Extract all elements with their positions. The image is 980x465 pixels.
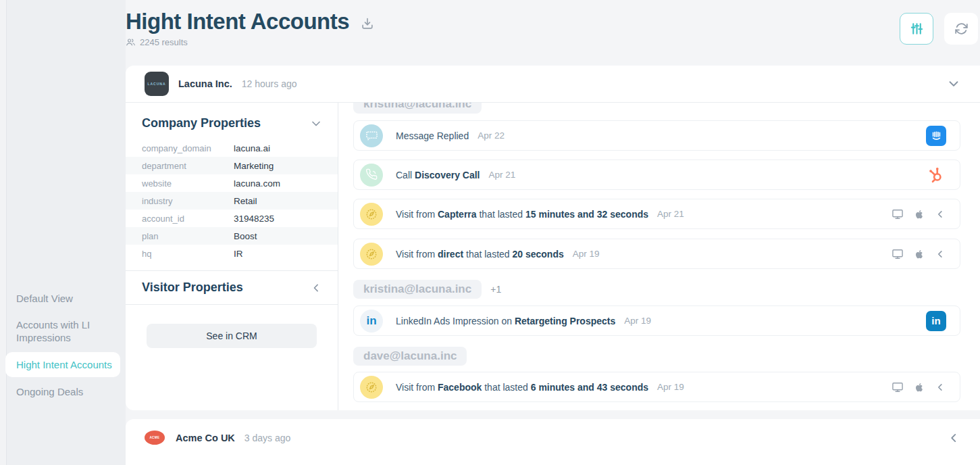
event-text-bold: direct — [438, 249, 463, 260]
event-text: that lasted — [477, 209, 525, 220]
saved-views-list: Default View Accounts with LI Impression… — [0, 285, 126, 405]
event-date: Apr 19 — [624, 316, 651, 326]
account-card-lacuna: LACUNA Lacuna Inc. 12 hours ago Company … — [126, 66, 980, 410]
main-content: Hight Intent Accounts 2245 results — [126, 0, 980, 465]
event-text-bold: Facebook — [438, 382, 482, 393]
visitor-properties-title: Visitor Properties — [142, 280, 309, 295]
compass-icon — [360, 243, 383, 266]
event-text: Visit from — [396, 249, 438, 260]
desktop-icon — [891, 207, 904, 221]
property-label: industry — [142, 196, 234, 206]
property-label: hq — [142, 249, 234, 259]
sidebar-item-default-view[interactable]: Default View — [0, 285, 126, 312]
visitor-email-chip[interactable]: dave@lacuna.inc — [353, 347, 467, 366]
visitor-email-chip[interactable]: kristina@lacuna.inc — [353, 103, 482, 114]
account-card-header[interactable]: ACME Acme Co UK 3 days ago — [126, 419, 980, 456]
event-date: Apr 19 — [657, 382, 684, 392]
phone-icon — [360, 164, 383, 187]
more-visitors-count[interactable]: +1 — [490, 284, 501, 295]
accounts-count-icon — [126, 37, 136, 47]
property-row: department Marketing — [126, 157, 338, 174]
chevron-left-icon[interactable] — [946, 431, 961, 445]
account-last-seen: 3 days ago — [244, 433, 291, 443]
company-logo: ACME — [145, 431, 165, 445]
event-date: Apr 19 — [573, 249, 600, 259]
sidebar-item-accounts-li-impressions[interactable]: Accounts with LI Impressions — [0, 312, 126, 351]
timeline-event-visit-capterra[interactable]: Visit from Capterra that lasted 15 minut… — [353, 199, 960, 229]
chevron-left-icon[interactable] — [934, 248, 946, 260]
event-text-bold: Discovery Call — [415, 170, 480, 180]
timeline-event-linkedin-ads[interactable]: in LinkedIn Ads Impression on Retargetin… — [353, 305, 960, 336]
property-value: Marketing — [234, 161, 274, 171]
download-icon[interactable] — [360, 16, 375, 31]
event-date: Apr 21 — [489, 170, 516, 180]
account-name: Lacuna Inc. — [178, 78, 232, 89]
event-text: that lasted — [463, 249, 512, 260]
chevron-left-icon[interactable] — [934, 381, 946, 393]
chevron-left-icon[interactable] — [309, 281, 323, 295]
property-row: hq IR — [126, 245, 338, 262]
apple-icon — [913, 208, 925, 220]
visitor-email-chip[interactable]: kristina@lacuna.inc — [353, 280, 482, 299]
desktop-icon — [891, 381, 904, 394]
event-text-bold: 6 minutes and 43 seconds — [531, 382, 648, 393]
account-card-header[interactable]: LACUNA Lacuna Inc. 12 hours ago — [126, 66, 980, 103]
property-value: IR — [234, 249, 243, 259]
property-label: plan — [142, 231, 234, 241]
linkedin-icon: in — [926, 311, 946, 331]
views-sidebar: Default View Accounts with LI Impression… — [0, 0, 126, 465]
event-text: Visit from — [396, 209, 438, 220]
page-title: Hight Intent Accounts — [126, 9, 349, 34]
event-text-bold: 15 minutes and 32 seconds — [525, 209, 648, 220]
page-header: Hight Intent Accounts 2245 results — [126, 0, 980, 66]
event-text-bold: Capterra — [438, 209, 477, 220]
see-in-crm-button[interactable]: See in CRM — [147, 324, 317, 348]
property-row: company_domain lacuna.ai — [126, 139, 338, 157]
compass-icon — [360, 376, 383, 399]
property-label: company_domain — [142, 143, 234, 153]
company-logo: LACUNA — [145, 72, 169, 96]
event-text: Message Replied — [396, 130, 469, 141]
property-label: account_id — [142, 214, 234, 224]
event-text: that lasted — [482, 382, 530, 393]
timeline-event-visit-facebook[interactable]: Visit from Facebook that lasted 6 minute… — [353, 372, 960, 402]
account-card-acme: ACME Acme Co UK 3 days ago — [126, 419, 980, 465]
event-date: Apr 21 — [657, 209, 684, 219]
message-bubble-icon — [360, 124, 383, 147]
timeline-event-visit-direct[interactable]: Visit from direct that lasted 20 seconds… — [353, 239, 960, 269]
sliders-icon — [909, 21, 925, 36]
property-label: website — [142, 178, 234, 189]
apple-icon — [913, 248, 925, 260]
timeline-event-message-replied[interactable]: Message Replied Apr 22 — [353, 120, 960, 151]
property-row: industry Retail — [126, 192, 338, 210]
company-properties-title: Company Properties — [142, 116, 309, 130]
results-count: 2245 results — [140, 37, 188, 47]
property-value: lacuna.ai — [234, 143, 270, 153]
property-label: department — [142, 161, 234, 171]
sidebar-item-ongoing-deals[interactable]: Ongoing Deals — [0, 378, 126, 405]
property-row: account_id 31948235 — [126, 210, 338, 227]
property-row: plan Boost — [126, 227, 338, 245]
event-text: Call — [396, 170, 415, 180]
property-value: Boost — [234, 231, 257, 241]
apple-icon — [913, 381, 925, 393]
filters-button[interactable] — [900, 13, 933, 45]
event-date: Apr 22 — [478, 130, 505, 141]
activity-timeline: kristina@lacuna.inc Message Replied Apr … — [338, 103, 980, 410]
sidebar-item-hight-intent-accounts[interactable]: Hight Intent Accounts — [5, 352, 120, 377]
property-row: website lacuna.com — [126, 174, 338, 192]
refresh-button[interactable] — [944, 13, 978, 45]
property-value: 31948235 — [234, 214, 274, 224]
chevron-down-icon[interactable] — [946, 76, 961, 91]
account-last-seen: 12 hours ago — [242, 78, 297, 89]
account-name: Acme Co UK — [176, 433, 235, 443]
properties-panel: Company Properties company_domain lacuna… — [126, 103, 338, 410]
property-value: lacuna.com — [234, 178, 280, 189]
intercom-icon — [926, 126, 946, 146]
desktop-icon — [891, 247, 904, 261]
chevron-down-icon[interactable] — [309, 117, 323, 130]
compass-icon — [360, 203, 383, 226]
chevron-left-icon[interactable] — [934, 208, 946, 220]
event-text: LinkedIn Ads Impression on — [396, 316, 515, 326]
timeline-event-call[interactable]: Call Discovery Call Apr 21 — [353, 160, 960, 190]
